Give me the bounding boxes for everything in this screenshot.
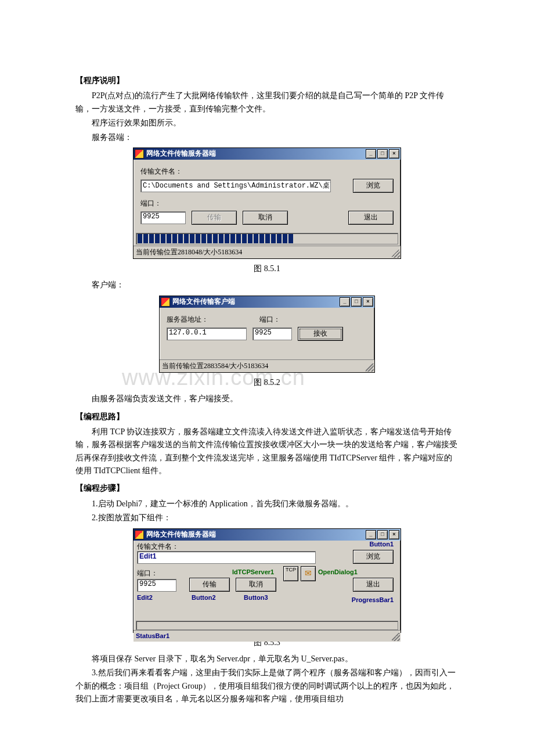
- designer-label-idtcp: IdTCPServer1: [232, 568, 274, 575]
- maximize-icon[interactable]: □: [351, 297, 362, 307]
- edit1[interactable]: Edit1: [137, 551, 316, 564]
- progress-block: [178, 234, 183, 243]
- status-text: 当前传输位置2818048/大小5183634: [136, 248, 242, 256]
- designer-label-button2: Button2: [192, 594, 216, 601]
- progress-block: [172, 234, 177, 243]
- paragraph: 2.按图放置如下组件：: [75, 512, 459, 524]
- progress-block: [277, 234, 282, 243]
- resize-grip-icon[interactable]: [392, 633, 400, 641]
- minimize-icon[interactable]: _: [366, 530, 376, 539]
- progress-block: [242, 234, 247, 243]
- paragraph: 1.启动 Delphi7，建立一个标准的 Application，首先我们来做服…: [75, 498, 459, 510]
- port-label: 端口：: [137, 568, 158, 578]
- status-text: 当前传输位置2883584/大小5183634: [162, 362, 268, 370]
- receive-button[interactable]: 接收: [298, 327, 343, 341]
- progress-block: [254, 234, 258, 243]
- resize-grip-icon[interactable]: [392, 250, 400, 258]
- server-window: 网络文件传输服务器端 _ □ × 传输文件名： C:\Documents and…: [133, 147, 401, 259]
- progress-block: [167, 234, 171, 243]
- addr-label: 服务器地址：: [167, 315, 254, 325]
- exit-button[interactable]: 退出: [348, 211, 394, 225]
- titlebar[interactable]: 网络文件传输服务器端 _ □ ×: [134, 148, 400, 160]
- file-label: 传输文件名：: [137, 542, 179, 552]
- paragraph: 利用 TCP 协议连接双方，服务器端建立文件流读入待发送文件进入监听状态，客户端…: [75, 426, 459, 478]
- close-icon[interactable]: ×: [389, 530, 399, 539]
- titlebar[interactable]: 网络文件传输客户端 _ □ ×: [160, 296, 374, 308]
- window-title: 网络文件传输服务器端: [146, 530, 216, 539]
- paragraph: 程序运行效果如图所示。: [75, 117, 459, 129]
- close-icon[interactable]: ×: [389, 149, 399, 159]
- cancel-button[interactable]: 取消: [236, 578, 276, 592]
- paragraph: P2P(点对点)的流行产生了大批网络传输软件，这里我们要介绍的就是自己写一个简单…: [75, 89, 459, 116]
- paragraph: 服务器端：: [75, 131, 459, 144]
- designer-label-edit2: Edit2: [137, 594, 153, 601]
- figure-caption: 图 8.5.2: [75, 376, 459, 389]
- paragraph: 客户端：: [75, 279, 459, 291]
- exit-button[interactable]: 退出: [353, 578, 394, 592]
- status-bar: 当前传输位置2883584/大小5183634: [160, 359, 374, 372]
- opendialog-icon[interactable]: ✉: [301, 566, 316, 581]
- minimize-icon[interactable]: _: [340, 297, 350, 307]
- window-title: 网络文件传输客户端: [172, 297, 235, 307]
- progress-block: [265, 234, 270, 243]
- minimize-icon[interactable]: _: [366, 149, 376, 159]
- progress-block: [149, 234, 154, 243]
- status-bar: 当前传输位置2818048/大小5183634: [134, 246, 400, 258]
- designer-label-button3: Button3: [244, 594, 268, 601]
- paragraph: 将项目保存 Server 目录下，取名为 Server.dpr，单元取名为 U_…: [75, 653, 459, 665]
- progress-block: [230, 234, 235, 243]
- send-button[interactable]: 传输: [192, 211, 237, 225]
- progress-block: [143, 234, 148, 243]
- idtcpserver-icon[interactable]: TCP: [283, 566, 298, 581]
- progress-block: [213, 234, 218, 243]
- designer-label-progressbar: ProgressBar1: [352, 596, 394, 603]
- resize-grip-icon[interactable]: [366, 363, 374, 372]
- addr-input[interactable]: 127.0.0.1: [167, 327, 247, 340]
- maximize-icon[interactable]: □: [377, 530, 388, 539]
- progress-block: [288, 234, 293, 243]
- designer-label-statusbar: StatusBar1: [136, 632, 169, 639]
- progress-block: [271, 234, 276, 243]
- port-input[interactable]: 9925: [137, 579, 176, 592]
- progress-block: [161, 234, 165, 243]
- progress-block: [184, 234, 189, 243]
- section-thinking: 【编程思路】: [75, 411, 459, 423]
- titlebar[interactable]: 网络文件传输服务器端 _ □ ×: [134, 529, 400, 541]
- designer-label-button1: Button1: [369, 541, 394, 548]
- section-program-desc: 【程序说明】: [75, 74, 459, 87]
- file-label: 传输文件名：: [140, 167, 182, 177]
- progress-block: [225, 234, 229, 243]
- progress-bar: [136, 233, 398, 244]
- file-input[interactable]: C:\Documents and Settings\Administrator.…: [140, 179, 331, 192]
- browse-button[interactable]: 浏览: [353, 550, 394, 564]
- figure-caption: 图 8.5.1: [75, 262, 459, 275]
- section-steps: 【编程步骤】: [75, 482, 459, 495]
- window-title: 网络文件传输服务器端: [146, 149, 216, 159]
- cancel-button[interactable]: 取消: [243, 211, 288, 225]
- progress-block: [248, 234, 252, 243]
- app-icon: [161, 297, 170, 307]
- progress-block: [201, 234, 206, 243]
- progress-block: [196, 234, 200, 243]
- browse-button[interactable]: 浏览: [353, 179, 394, 193]
- maximize-icon[interactable]: □: [377, 149, 388, 159]
- progress-bar: [136, 621, 398, 630]
- app-icon: [135, 530, 144, 539]
- progress-block: [155, 234, 160, 243]
- progress-block: [236, 234, 241, 243]
- app-icon: [135, 149, 144, 159]
- progress-block: [259, 234, 264, 243]
- progress-block: [190, 234, 194, 243]
- paragraph: 3.然后我们再来看看客户端，这里由于我们实际上是做了两个程序（服务器端和客户端）…: [75, 667, 459, 705]
- progress-block: [219, 234, 223, 243]
- progress-block: [283, 234, 287, 243]
- status-bar: StatusBar1: [134, 630, 400, 642]
- port-label: 端口：: [259, 315, 280, 325]
- port-label: 端口：: [140, 199, 161, 208]
- designer-window: 网络文件传输服务器端 _ □ × 传输文件名： Button1 Edit1 浏览…: [133, 528, 401, 633]
- port-input[interactable]: 9925: [252, 327, 292, 340]
- send-button[interactable]: 传输: [189, 578, 230, 592]
- port-input[interactable]: 9925: [140, 211, 186, 224]
- client-window: 网络文件传输客户端 _ □ × 服务器地址： 端口： 127.0.0.1 992…: [159, 296, 375, 373]
- close-icon[interactable]: ×: [363, 297, 373, 307]
